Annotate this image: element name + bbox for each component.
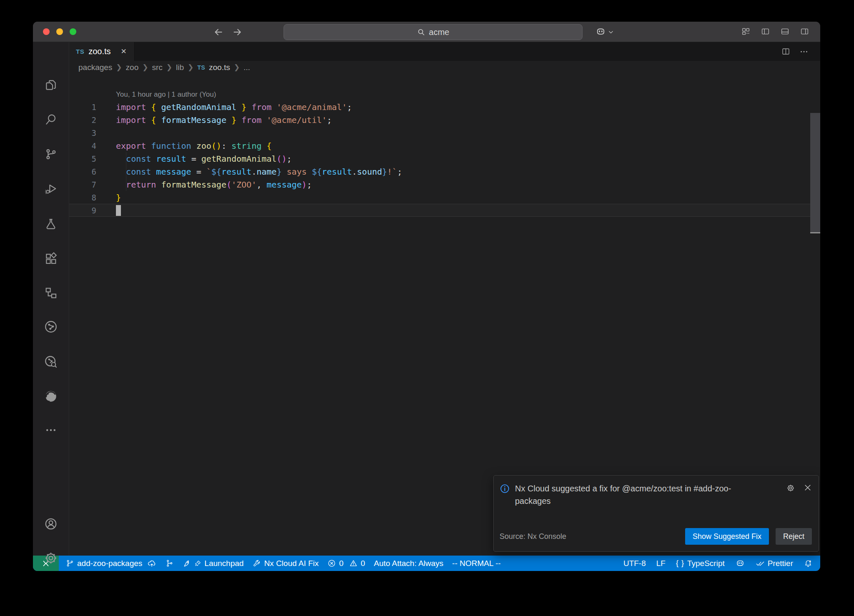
nx-console-icon[interactable] [33, 283, 69, 303]
line-number: 9 [69, 206, 96, 215]
line-number: 8 [69, 193, 96, 202]
window-controls [43, 28, 76, 35]
language-label: TypeScript [687, 559, 725, 568]
breadcrumb-item[interactable]: zoo [126, 63, 139, 72]
overview-ruler-cursor-mark [810, 232, 820, 233]
code-lines: 1import { getRandomAnimal } from '@acme/… [69, 100, 820, 217]
eol-status[interactable]: LF [656, 559, 666, 568]
auto-attach-label: Auto Attach: Always [374, 559, 443, 568]
chevron-right-icon: ❯ [166, 63, 172, 72]
notification-close-icon[interactable] [804, 483, 812, 492]
code-line-2[interactable]: 2import { formatMessage } from '@acme/ut… [69, 113, 820, 126]
arrow-left-icon [213, 27, 224, 38]
tab-zoo-ts[interactable]: TS zoo.ts ✕ [69, 42, 135, 61]
settings-gear-icon[interactable] [33, 548, 69, 568]
encoding-label: UTF-8 [623, 559, 646, 568]
error-count: 0 [339, 559, 344, 568]
language-mode-status[interactable]: { } TypeScript [676, 559, 725, 568]
error-icon [327, 559, 336, 568]
git-branch-status[interactable]: add-zoo-packages [65, 559, 156, 568]
search-icon [417, 28, 425, 36]
vim-mode-status[interactable]: -- NORMAL -- [452, 559, 500, 568]
encoding-status[interactable]: UTF-8 [623, 559, 646, 568]
notification-settings-gear-icon[interactable] [786, 483, 795, 493]
breadcrumb-item-file[interactable]: zoo.ts [209, 63, 230, 72]
extensions-icon[interactable] [33, 248, 69, 268]
code-line-6[interactable]: 6 const message = `${result.name} says $… [69, 165, 820, 178]
run-debug-icon[interactable] [33, 179, 69, 199]
copilot-status[interactable] [735, 558, 745, 568]
breadcrumb-overflow[interactable]: ... [244, 63, 250, 72]
editor-scrollbar[interactable] [810, 113, 820, 233]
account-icon[interactable] [33, 514, 69, 534]
typescript-file-icon: TS [76, 48, 84, 55]
editor-actions [781, 42, 809, 61]
close-window-button[interactable] [43, 28, 50, 35]
copilot-icon [595, 26, 606, 38]
code-line-5[interactable]: 5 const result = getRandomAnimal(); [69, 152, 820, 165]
testing-icon[interactable] [33, 214, 69, 234]
tab-label: zoo.ts [88, 47, 111, 56]
auto-attach-status[interactable]: Auto Attach: Always [374, 559, 443, 568]
editor-cursor [116, 205, 121, 216]
double-check-icon [756, 559, 765, 568]
source-control-icon[interactable] [33, 144, 69, 164]
line-number: 3 [69, 128, 96, 138]
eol-label: LF [656, 559, 666, 568]
git-graph-status[interactable] [165, 559, 174, 568]
nx-cloud-ai-fix-status[interactable]: Nx Cloud AI Fix [252, 559, 319, 568]
reject-button[interactable]: Reject [776, 528, 812, 545]
zoom-window-button[interactable] [70, 28, 76, 35]
code-line-4[interactable]: 4export function zoo(): string { [69, 139, 820, 152]
warning-count: 0 [361, 559, 365, 568]
line-number: 5 [69, 154, 96, 163]
explorer-icon[interactable] [33, 75, 69, 95]
tab-close-icon[interactable]: ✕ [121, 48, 127, 55]
split-editor-icon[interactable] [781, 47, 790, 56]
navigate-back-button[interactable] [213, 27, 224, 38]
launchpad-label: Launchpad [204, 559, 244, 568]
title-bar: acme [33, 22, 820, 42]
formatter-label: Prettier [768, 559, 793, 568]
breadcrumb-item[interactable]: src [152, 63, 162, 72]
copilot-menu-button[interactable] [595, 26, 614, 38]
toggle-secondary-sidebar-icon[interactable] [800, 27, 809, 36]
breadcrumb-item[interactable]: packages [78, 63, 112, 72]
nx-cloud-ai-fix-label: Nx Cloud AI Fix [264, 559, 319, 568]
show-suggested-fix-button[interactable]: Show Suggested Fix [685, 528, 769, 545]
navigate-forward-button[interactable] [232, 27, 243, 38]
code-line-1[interactable]: 1import { getRandomAnimal } from '@acme/… [69, 100, 820, 113]
nx-cloud-icon[interactable] [33, 352, 69, 372]
activity-bar [33, 42, 69, 556]
edge-tools-icon[interactable] [33, 386, 69, 406]
code-line-9[interactable]: 9 [69, 204, 820, 217]
tab-bar: TS zoo.ts ✕ [69, 42, 820, 61]
code-line-8[interactable]: 8} [69, 191, 820, 204]
code-line-3[interactable]: 3 [69, 126, 820, 139]
branch-name: add-zoo-packages [77, 559, 142, 568]
rocket-icon [183, 558, 192, 568]
notification-message: Nx Cloud suggested a fix for @acme/zoo:t… [515, 482, 753, 507]
gitlens-blame-annotation[interactable]: You, 1 hour ago | 1 author (You) [116, 89, 820, 100]
nx-project-graph-icon[interactable] [33, 317, 69, 337]
line-number: 6 [69, 167, 96, 176]
launchpad-status[interactable]: Launchpad [183, 558, 244, 568]
toggle-primary-sidebar-icon[interactable] [761, 27, 770, 36]
command-center-search[interactable]: acme [284, 24, 583, 40]
vim-mode-label: -- NORMAL -- [452, 559, 500, 568]
toggle-panel-icon[interactable] [781, 27, 789, 36]
more-views-icon[interactable] [33, 420, 69, 440]
warning-icon [349, 559, 358, 568]
layout-controls [741, 27, 809, 36]
cloud-upload-icon [147, 559, 156, 568]
problems-status[interactable]: 0 0 [327, 559, 365, 568]
notifications-status[interactable] [804, 559, 813, 568]
code-line-7[interactable]: 7 return formatMessage('ZOO', message); [69, 178, 820, 191]
minimize-window-button[interactable] [56, 28, 63, 35]
more-actions-icon[interactable] [799, 47, 809, 56]
arrow-right-icon [232, 27, 243, 38]
breadcrumb-item[interactable]: lib [176, 63, 184, 72]
search-view-icon[interactable] [33, 110, 69, 130]
formatter-status[interactable]: Prettier [756, 559, 793, 568]
customize-layout-icon[interactable] [741, 27, 750, 36]
